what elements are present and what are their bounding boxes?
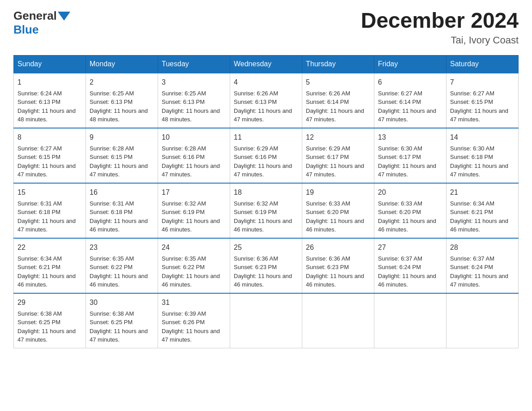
day-cell: 15Sunrise: 6:31 AMSunset: 6:18 PMDayligh… <box>14 183 86 238</box>
daylight-text: Daylight: 11 hours and 46 minutes. <box>17 273 76 288</box>
sunrise-text: Sunrise: 6:28 AM <box>162 145 206 152</box>
day-number: 30 <box>90 297 154 308</box>
sunset-text: Sunset: 6:24 PM <box>450 264 493 270</box>
sunset-text: Sunset: 6:20 PM <box>378 209 421 215</box>
sunset-text: Sunset: 6:24 PM <box>378 264 421 270</box>
day-cell: 11Sunrise: 6:29 AMSunset: 6:16 PMDayligh… <box>230 128 302 183</box>
day-cell: 12Sunrise: 6:29 AMSunset: 6:17 PMDayligh… <box>302 128 374 183</box>
daylight-text: Daylight: 11 hours and 47 minutes. <box>378 163 436 178</box>
sunset-text: Sunset: 6:22 PM <box>162 264 205 270</box>
sunset-text: Sunset: 6:19 PM <box>234 209 277 215</box>
daylight-text: Daylight: 11 hours and 47 minutes. <box>17 163 76 178</box>
logo: General Blue <box>13 9 70 37</box>
day-number: 18 <box>234 187 298 198</box>
sunrise-text: Sunrise: 6:29 AM <box>306 145 350 152</box>
daylight-text: Daylight: 11 hours and 48 minutes. <box>17 107 76 123</box>
day-cell <box>302 293 374 348</box>
day-number: 6 <box>378 77 442 88</box>
daylight-text: Daylight: 11 hours and 47 minutes. <box>234 107 292 123</box>
daylight-text: Daylight: 11 hours and 46 minutes. <box>306 273 364 288</box>
week-row-1: 1Sunrise: 6:24 AMSunset: 6:13 PMDaylight… <box>14 73 519 128</box>
day-number: 10 <box>162 132 226 143</box>
sunrise-text: Sunrise: 6:28 AM <box>90 145 134 152</box>
sunset-text: Sunset: 6:13 PM <box>90 98 133 105</box>
day-cell <box>374 293 446 348</box>
daylight-text: Daylight: 11 hours and 47 minutes. <box>90 163 148 178</box>
week-row-3: 15Sunrise: 6:31 AMSunset: 6:18 PMDayligh… <box>14 183 519 238</box>
sunset-text: Sunset: 6:13 PM <box>162 98 205 105</box>
day-number: 31 <box>162 297 226 308</box>
day-cell <box>230 293 302 348</box>
sunrise-text: Sunrise: 6:34 AM <box>17 255 62 262</box>
sunrise-text: Sunrise: 6:30 AM <box>450 145 494 152</box>
day-number: 1 <box>17 77 82 88</box>
day-cell: 20Sunrise: 6:33 AMSunset: 6:20 PMDayligh… <box>374 183 446 238</box>
day-cell: 7Sunrise: 6:27 AMSunset: 6:15 PMDaylight… <box>446 73 519 128</box>
sunset-text: Sunset: 6:18 PM <box>17 209 60 215</box>
day-number: 12 <box>306 132 370 143</box>
day-number: 11 <box>234 132 298 143</box>
sunrise-text: Sunrise: 6:25 AM <box>90 90 134 97</box>
day-cell: 17Sunrise: 6:32 AMSunset: 6:19 PMDayligh… <box>158 183 230 238</box>
day-number: 25 <box>234 242 298 253</box>
sunset-text: Sunset: 6:18 PM <box>90 209 133 215</box>
daylight-text: Daylight: 11 hours and 46 minutes. <box>234 218 292 233</box>
sunrise-text: Sunrise: 6:26 AM <box>306 90 350 97</box>
daylight-text: Daylight: 11 hours and 46 minutes. <box>162 218 220 233</box>
sunset-text: Sunset: 6:13 PM <box>17 98 60 105</box>
day-number: 22 <box>17 242 82 253</box>
daylight-text: Daylight: 11 hours and 46 minutes. <box>234 273 292 288</box>
sunset-text: Sunset: 6:20 PM <box>306 209 349 215</box>
sunrise-text: Sunrise: 6:26 AM <box>234 90 278 97</box>
daylight-text: Daylight: 11 hours and 47 minutes. <box>17 218 76 233</box>
day-cell: 8Sunrise: 6:27 AMSunset: 6:15 PMDaylight… <box>14 128 86 183</box>
day-number: 24 <box>162 242 226 253</box>
sunrise-text: Sunrise: 6:39 AM <box>162 310 206 317</box>
location-text: Tai, Ivory Coast <box>361 34 519 46</box>
day-cell: 22Sunrise: 6:34 AMSunset: 6:21 PMDayligh… <box>14 238 86 293</box>
sunrise-text: Sunrise: 6:35 AM <box>162 255 206 262</box>
sunset-text: Sunset: 6:18 PM <box>450 154 493 160</box>
sunset-text: Sunset: 6:15 PM <box>17 154 60 160</box>
sunrise-text: Sunrise: 6:29 AM <box>234 145 278 152</box>
sunrise-text: Sunrise: 6:27 AM <box>378 90 422 97</box>
calendar-table: SundayMondayTuesdayWednesdayThursdayFrid… <box>13 55 519 348</box>
daylight-text: Daylight: 11 hours and 47 minutes. <box>162 163 220 178</box>
sunrise-text: Sunrise: 6:36 AM <box>306 255 350 262</box>
daylight-text: Daylight: 11 hours and 46 minutes. <box>90 273 148 288</box>
daylight-text: Daylight: 11 hours and 47 minutes. <box>306 107 364 123</box>
day-number: 13 <box>378 132 442 143</box>
daylight-text: Daylight: 11 hours and 47 minutes. <box>234 163 292 178</box>
logo-general-text: General <box>13 9 57 23</box>
sunset-text: Sunset: 6:25 PM <box>90 319 133 325</box>
sunrise-text: Sunrise: 6:33 AM <box>306 200 350 207</box>
sunrise-text: Sunrise: 6:25 AM <box>162 90 206 97</box>
logo-blue-text: Blue <box>13 23 39 36</box>
day-number: 28 <box>450 242 515 253</box>
daylight-text: Daylight: 11 hours and 47 minutes. <box>90 328 148 343</box>
day-number: 29 <box>17 297 82 308</box>
daylight-text: Daylight: 11 hours and 46 minutes. <box>162 273 220 288</box>
day-number: 9 <box>90 132 154 143</box>
header-monday: Monday <box>86 55 158 73</box>
logo-arrow-icon <box>58 12 70 21</box>
day-number: 23 <box>90 242 154 253</box>
daylight-text: Daylight: 11 hours and 47 minutes. <box>450 273 508 288</box>
sunset-text: Sunset: 6:21 PM <box>17 264 60 270</box>
svg-marker-0 <box>58 12 70 21</box>
day-cell: 2Sunrise: 6:25 AMSunset: 6:13 PMDaylight… <box>86 73 158 128</box>
header-saturday: Saturday <box>446 55 519 73</box>
sunrise-text: Sunrise: 6:24 AM <box>17 90 62 97</box>
day-cell: 6Sunrise: 6:27 AMSunset: 6:14 PMDaylight… <box>374 73 446 128</box>
sunrise-text: Sunrise: 6:27 AM <box>450 90 494 97</box>
day-cell: 29Sunrise: 6:38 AMSunset: 6:25 PMDayligh… <box>14 293 86 348</box>
day-number: 20 <box>378 187 442 198</box>
sunset-text: Sunset: 6:15 PM <box>450 98 493 105</box>
title-area: December 2024 Tai, Ivory Coast <box>361 9 519 46</box>
daylight-text: Daylight: 11 hours and 46 minutes. <box>450 218 508 233</box>
sunrise-text: Sunrise: 6:36 AM <box>234 255 278 262</box>
daylight-text: Daylight: 11 hours and 46 minutes. <box>90 218 148 233</box>
sunrise-text: Sunrise: 6:30 AM <box>378 145 422 152</box>
day-cell: 23Sunrise: 6:35 AMSunset: 6:22 PMDayligh… <box>86 238 158 293</box>
header-wednesday: Wednesday <box>230 55 302 73</box>
